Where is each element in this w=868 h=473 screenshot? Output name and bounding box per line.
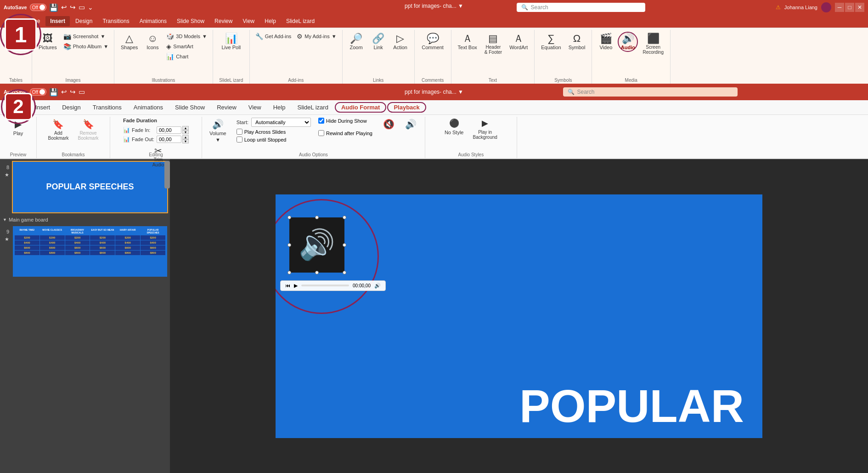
redo-icon[interactable]: ↪: [70, 3, 76, 11]
fadeout-up[interactable]: ▲: [182, 135, 189, 139]
menu-sliderizard[interactable]: SlideL izard: [282, 16, 319, 26]
getaddins-button[interactable]: 🔧 Get Add-ins: [254, 32, 293, 41]
fadeout-input[interactable]: [157, 136, 181, 143]
audio-object[interactable]: 🔊 ⏮ ▶: [289, 217, 349, 277]
addbookmark-button[interactable]: 🔖 AddBookmark: [45, 118, 71, 142]
handle-tm[interactable]: [315, 216, 319, 219]
menu2-transitions[interactable]: Transitions: [87, 102, 127, 113]
slide-thumb-9[interactable]: RHYME TIME! MOVIE CLASSICS BROADWAY MUSI…: [12, 225, 168, 278]
slide-number-9: 9: [2, 227, 9, 234]
removebookmark-button[interactable]: 🔖 RemoveBookmark: [75, 118, 101, 142]
comment-button[interactable]: 💬 Comment: [419, 32, 446, 52]
progress-bar[interactable]: [301, 285, 349, 286]
action-button[interactable]: ▷ Action: [390, 32, 411, 52]
autosave-toggle[interactable]: Off: [30, 4, 46, 11]
hideduring-checkbox[interactable]: [318, 118, 324, 124]
rewind-button[interactable]: ⏮: [285, 283, 290, 288]
menu-help[interactable]: Help: [260, 16, 281, 26]
smartart-button[interactable]: ◈ SmartArt: [164, 42, 209, 51]
handle-tr[interactable]: [343, 216, 346, 219]
redo-icon-2[interactable]: ↪: [70, 88, 76, 96]
playpause-button[interactable]: ▶: [294, 283, 298, 289]
textbox-button[interactable]: Ａ Text Box: [455, 32, 480, 52]
customize-icon[interactable]: ⌄: [88, 4, 93, 11]
menu-animations[interactable]: Animations: [135, 16, 171, 26]
menu2-insert[interactable]: Insert: [30, 102, 56, 113]
close-button[interactable]: ✕: [855, 3, 864, 12]
minimize-button[interactable]: ─: [835, 3, 844, 12]
loopuntil-checkbox[interactable]: [237, 137, 242, 142]
fadein-down[interactable]: ▼: [182, 130, 189, 134]
shapes-button[interactable]: △ Shapes: [118, 32, 141, 52]
menu2-review[interactable]: Review: [211, 102, 242, 113]
fadein-up[interactable]: ▲: [182, 126, 189, 130]
icons-button[interactable]: ☺ Icons: [142, 32, 163, 52]
undo-icon-2[interactable]: ↩: [61, 88, 67, 96]
symbol-button[interactable]: Ω Symbol: [566, 32, 588, 52]
screenrecording-button[interactable]: ⬛ ScreenRecording: [640, 32, 666, 57]
menu2-animations[interactable]: Animations: [128, 102, 169, 113]
handle-ml[interactable]: [287, 243, 291, 247]
myaddins-icon: ⚙: [297, 33, 303, 40]
mute-button[interactable]: 🔇: [380, 118, 398, 131]
menu2-view[interactable]: View: [243, 102, 267, 113]
start-dropdown[interactable]: Automatically On Click: [251, 118, 311, 127]
audio-button[interactable]: 🔊 Audio: [618, 32, 638, 52]
photoalbum-button[interactable]: 📚 Photo Album ▼: [62, 42, 110, 51]
zoom-button[interactable]: 🔎 Zoom: [346, 32, 366, 52]
menu2-design[interactable]: Design: [56, 102, 86, 113]
comments-label: Comments: [422, 78, 444, 83]
screenshot-button[interactable]: 📷 Screenshot ▼: [62, 32, 110, 41]
menu2-sliderizard[interactable]: SlideL izard: [292, 102, 333, 113]
menu-slideshow[interactable]: Slide Show: [172, 16, 209, 26]
search-box-2[interactable]: 🔍 Search: [563, 87, 738, 97]
handle-tl[interactable]: [287, 216, 291, 219]
present-icon-2[interactable]: ▭: [79, 88, 85, 96]
rewindafter-checkbox[interactable]: [318, 130, 324, 136]
volume-button[interactable]: 🔊 Volume ▼: [207, 118, 229, 143]
menu2-playback[interactable]: Playback: [387, 102, 426, 113]
link-button[interactable]: 🔗 Link: [368, 32, 389, 52]
maximize-button[interactable]: □: [845, 3, 854, 12]
handle-bm[interactable]: [315, 271, 319, 274]
scroll-handle[interactable]: [164, 161, 170, 188]
handle-br[interactable]: [343, 271, 346, 274]
wordart-button[interactable]: Ａ WordArt: [507, 32, 530, 52]
myaddins-button[interactable]: ⚙ My Add-ins ▼: [295, 32, 338, 41]
pictures-button[interactable]: 🖼 Pictures: [36, 32, 60, 52]
fadeout-spinner[interactable]: ▲ ▼: [182, 135, 189, 143]
menu-view[interactable]: View: [238, 16, 259, 26]
nostyle-button[interactable]: ⚫ No Style: [442, 118, 467, 136]
fadein-input[interactable]: [157, 126, 181, 134]
play-button[interactable]: ▶ Play: [9, 118, 28, 137]
menu2-audioformat[interactable]: Audio Format: [335, 102, 387, 113]
save-icon-2[interactable]: 💾: [49, 88, 58, 97]
unmute-button[interactable]: 🔊: [402, 118, 420, 131]
fadein-spinner[interactable]: ▲ ▼: [182, 126, 189, 134]
present-icon[interactable]: ▭: [79, 3, 85, 11]
jeopardy-r1c2: $200: [40, 235, 65, 240]
menu2-help[interactable]: Help: [268, 102, 291, 113]
fadeout-down[interactable]: ▼: [182, 139, 189, 143]
handle-bl[interactable]: [287, 271, 291, 274]
video-button[interactable]: 🎬 Video: [596, 32, 616, 52]
save-icon[interactable]: 💾: [49, 3, 58, 12]
slide-thumb-8[interactable]: POPULAR SPEECHES: [12, 161, 168, 213]
handle-mr[interactable]: [343, 243, 346, 247]
menu-transitions[interactable]: Transitions: [98, 16, 134, 26]
headerfooter-button[interactable]: ▤ Header& Footer: [482, 32, 505, 57]
playinbg-button[interactable]: ▶ Play inBackground: [470, 118, 500, 141]
menu-review[interactable]: Review: [210, 16, 237, 26]
menu-design[interactable]: Design: [71, 16, 97, 26]
search-box-top[interactable]: 🔍 Search: [517, 3, 645, 12]
menu2-slideshow[interactable]: Slide Show: [169, 102, 210, 113]
volume-control[interactable]: 🔊: [374, 283, 381, 289]
equation-button[interactable]: ∑ Equation: [538, 32, 564, 52]
autosave-toggle-2[interactable]: Off: [30, 88, 46, 96]
menu-insert[interactable]: Insert: [45, 16, 70, 26]
playacross-checkbox[interactable]: [237, 129, 242, 135]
undo-icon[interactable]: ↩: [61, 3, 67, 11]
livepoll-button[interactable]: 📊 Live Poll: [219, 32, 244, 52]
models3d-button[interactable]: 🎲 3D Models ▼: [164, 32, 209, 41]
chart-button[interactable]: 📊 Chart: [164, 52, 209, 61]
